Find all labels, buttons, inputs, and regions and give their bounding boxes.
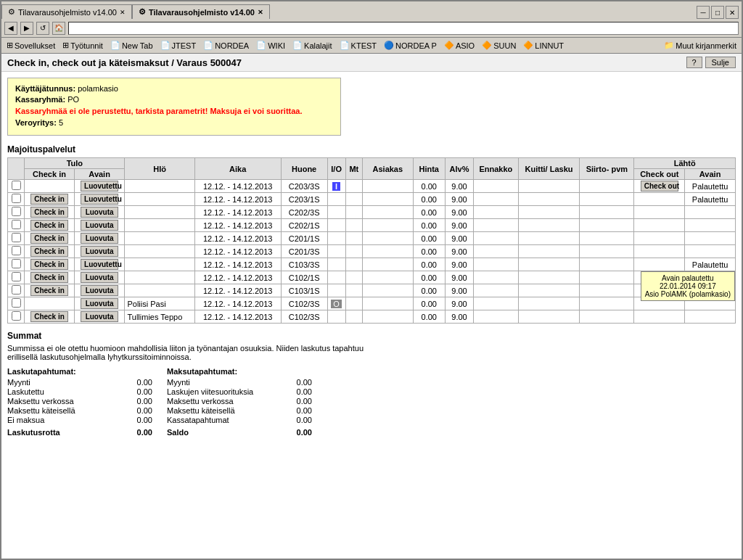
luovuta-button[interactable]: Luovuta: [81, 246, 118, 257]
cell-aika: 12.12. - 14.12.2013: [194, 245, 281, 258]
cell-siirto: [580, 180, 634, 193]
checkin-button[interactable]: Check in: [30, 233, 68, 244]
summat-row-value: 0.00: [283, 378, 312, 387]
cell-io: [327, 245, 345, 258]
row-checkbox[interactable]: [12, 272, 21, 281]
bookmark-tyotunnit[interactable]: ⊞ Työtunnit: [60, 40, 105, 51]
address-bar[interactable]: [68, 22, 739, 35]
checkout-button[interactable]: Check out: [641, 181, 678, 192]
luovuta-button[interactable]: Luovuta: [81, 311, 118, 322]
row-checkbox[interactable]: [12, 220, 21, 229]
th-huone: Huone: [281, 158, 327, 180]
th-mt: Mt: [345, 158, 362, 180]
summat-row-label: Maksettu verkossa: [167, 397, 234, 405]
bookmark-kalalajit[interactable]: 📄 Kalalajit: [290, 40, 334, 51]
bookmark-nordeap-label: NORDEA P: [395, 41, 437, 50]
row-checkbox[interactable]: [12, 298, 21, 308]
warning-text: Kassaryhmää ei ole perustettu, tarkista …: [15, 107, 333, 115]
row-checkbox[interactable]: [12, 207, 21, 216]
maksutapahtumat-col: Maksutapahtumat: Myynti0.00Laskujen viit…: [167, 367, 312, 425]
row-checkbox[interactable]: [12, 233, 21, 242]
checkin-button[interactable]: Check in: [30, 311, 68, 322]
cell-aika: 12.12. - 14.12.2013: [194, 219, 281, 232]
bookmark-nordea[interactable]: 📄 NORDEA: [201, 40, 251, 51]
bookmark-newtab[interactable]: 📄 New Tab: [108, 40, 155, 51]
row-checkbox[interactable]: [12, 181, 21, 190]
bookmark-linnut-label: LINNUT: [535, 41, 564, 50]
help-button[interactable]: ?: [686, 57, 702, 68]
refresh-button[interactable]: ↺: [36, 22, 49, 35]
cell-io: [327, 310, 345, 324]
summat-row-item: Maksettu käteisellä0.00: [167, 406, 312, 415]
checkin-button[interactable]: Check in: [30, 272, 68, 283]
luovutettu-button[interactable]: Luovutettu: [81, 194, 118, 205]
asio-icon: 🔶: [444, 41, 454, 50]
cell-asiakas: [362, 245, 413, 258]
row-checkbox[interactable]: [12, 311, 21, 321]
tab-1-icon: ⚙: [8, 7, 15, 17]
table-row: Luovutettu12.12. - 14.12.2013C203/3SI0.0…: [8, 180, 736, 193]
row-checkbox[interactable]: [12, 246, 21, 255]
checkin-button[interactable]: Check in: [30, 246, 68, 257]
checkin-button[interactable]: Check in: [30, 259, 68, 270]
back-button[interactable]: ◀: [4, 22, 17, 35]
saldo-value: 0.00: [283, 428, 312, 437]
bookmark-nordeap[interactable]: 🔵 NORDEA P: [382, 40, 439, 51]
row-checkbox[interactable]: [12, 194, 21, 203]
row-checkbox[interactable]: [12, 259, 21, 268]
bookmark-ktest[interactable]: 📄 KTEST: [337, 40, 379, 51]
saldo-row: Saldo 0.00: [167, 428, 312, 437]
bookmark-more[interactable]: 📁 Muut kirjanmerkit: [662, 40, 739, 51]
luovuta-button[interactable]: Luovuta: [81, 220, 118, 231]
cell-hinta: 0.00: [413, 310, 445, 324]
luovuta-button[interactable]: Luovuta: [81, 233, 118, 244]
summat-row-value: 0.00: [123, 387, 152, 396]
bookmark-linnut[interactable]: 🔶 LINNUT: [521, 40, 566, 51]
minimize-button[interactable]: ─: [697, 6, 710, 19]
tab-2[interactable]: ⚙ Tilavarausohjelmisto v14.00 ✕: [132, 4, 270, 19]
checkin-button[interactable]: Check in: [30, 194, 68, 205]
tab-2-close[interactable]: ✕: [258, 9, 263, 16]
cell-hlo: [125, 180, 194, 193]
forward-button[interactable]: ▶: [20, 22, 33, 35]
tab-1-close[interactable]: ✕: [120, 9, 126, 16]
close-window-button[interactable]: ✕: [726, 6, 739, 19]
bookmark-jtest[interactable]: 📄 JTEST: [158, 40, 199, 51]
bookmark-wiki[interactable]: 📄 WIKI: [254, 40, 287, 51]
luovuta-button[interactable]: Luovuta: [81, 272, 118, 283]
cell-io: [327, 271, 345, 284]
maksutapahtumat-heading: Maksutapahtumat:: [167, 367, 312, 376]
checkin-button[interactable]: Check in: [30, 220, 68, 231]
bookmark-suun-label: SUUN: [493, 41, 516, 50]
cell-hlo: [125, 258, 194, 271]
checkin-button[interactable]: Check in: [30, 285, 68, 296]
luovutettu-button[interactable]: Luovutettu: [81, 181, 118, 192]
tab-1[interactable]: ⚙ Tilavarausohjelmisto v14.00 ✕: [1, 4, 132, 19]
cell-siirto: [580, 193, 634, 206]
close-button[interactable]: Sulje: [705, 57, 736, 68]
maximize-button[interactable]: □: [711, 6, 724, 19]
bookmark-apps[interactable]: ⊞ Sovellukset: [4, 40, 57, 51]
cell-huone: C102/3S: [281, 310, 327, 324]
cell-mt: [345, 310, 362, 324]
cell-io: [327, 284, 345, 297]
bookmark-asio[interactable]: 🔶 ASIO: [442, 40, 477, 51]
row-checkbox[interactable]: [12, 285, 21, 295]
luovuta-button[interactable]: Luovuta: [81, 285, 118, 296]
luovuta-button[interactable]: Luovuta: [81, 298, 118, 309]
home-button[interactable]: 🏠: [52, 22, 65, 35]
cell-mt: [345, 245, 362, 258]
cell-huone: C102/1S: [281, 271, 327, 284]
cell-siirto: [580, 284, 634, 297]
cell-ennakko: [474, 180, 518, 193]
luovuta-button[interactable]: Luovuta: [81, 207, 118, 218]
luovutettu-button[interactable]: Luovutettu: [81, 259, 118, 270]
cell-ennakko: [474, 245, 518, 258]
cell-avain-out: [685, 232, 736, 245]
summat-row-label: Ei maksua: [7, 416, 44, 424]
tax-value-text: 5: [59, 118, 63, 127]
cell-kuitti: [518, 206, 580, 219]
bookmark-suun[interactable]: 🔶 SUUN: [480, 40, 518, 51]
checkin-button[interactable]: Check in: [30, 207, 68, 218]
saldo-label: Saldo: [167, 428, 189, 437]
